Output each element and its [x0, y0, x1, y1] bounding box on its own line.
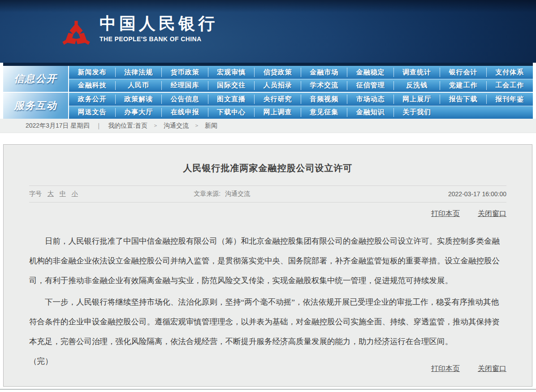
font-size-medium-link[interactable]: 中	[60, 190, 66, 197]
print-button[interactable]: 打印本页	[431, 210, 460, 217]
nav-item[interactable]: 在线申报	[162, 106, 208, 119]
section-label-info-disclosure: 信息公开	[3, 66, 69, 92]
article-title: 人民银行批准两家金融控股公司设立许可	[29, 145, 506, 174]
breadcrumb-link-news[interactable]: 新闻	[205, 122, 217, 130]
bank-name-cn: 中国人民银行	[99, 13, 218, 34]
breadcrumb-link-home[interactable]: 首页	[135, 122, 147, 130]
nav-item[interactable]: 工会工作	[487, 79, 533, 92]
nav-item[interactable]: 宏观审慎	[208, 66, 255, 79]
nav-item[interactable]: 公告信息	[162, 93, 208, 106]
nav-item[interactable]: 办事大厅	[116, 106, 162, 119]
nav-item[interactable]: 调查统计	[394, 66, 441, 79]
nav-item[interactable]: 金融市场	[301, 66, 348, 79]
nav-item[interactable]: 政策解读	[116, 93, 162, 106]
nav-item[interactable]: 金融科技	[69, 79, 116, 92]
breadcrumb-link-exchange[interactable]: 沟通交流	[164, 122, 189, 130]
nav-item[interactable]: 市场动态	[347, 93, 394, 106]
nav-item[interactable]: 新闻发布	[69, 66, 116, 79]
nav-item[interactable]: 央行研究	[255, 93, 301, 106]
nav-item[interactable]: 报刊年鉴	[487, 93, 533, 106]
nav-item[interactable]: 网上展厅	[394, 93, 441, 106]
article-actions-top: 打印本页 关闭窗口	[29, 209, 506, 219]
nav-item[interactable]: 网上调查	[255, 106, 301, 119]
article-source-label: 文章来源:	[194, 190, 220, 197]
nav-item[interactable]: 意见征集	[301, 106, 348, 119]
section-label-service-interaction: 服务互动	[3, 93, 69, 119]
breadcrumb: 2022年3月17日 星期四 ｜ 我的位置: 首页 ＞ 沟通交流 ＞ 新闻	[0, 119, 536, 133]
nav-item[interactable]: 金融稳定	[347, 66, 394, 79]
nav-item[interactable]: 经理国库	[162, 79, 208, 92]
breadcrumb-date: 2022年3月17日 星期四	[26, 122, 89, 130]
chevron-right-icon: ＞	[153, 122, 158, 129]
nav-item[interactable]: 货币政策	[162, 66, 208, 79]
article-meta-bar: 字号 大 中 小 文章来源: 沟通交流 2022-03-17 16:00:00	[29, 185, 506, 202]
chevron-right-icon: ＞	[194, 122, 199, 129]
page-gap	[0, 133, 536, 144]
nav-item[interactable]: 人员招录	[255, 79, 301, 92]
article-datetime: 2022-03-17 16:00:00	[364, 190, 506, 198]
article-panel: 人民银行批准两家金融控股公司设立许可 字号 大 中 小 文章来源: 沟通交流 2…	[3, 144, 532, 387]
main-navigation: 信息公开 新闻发布 法律法规 货币政策 宏观审慎 信贷政策 金融市场 金融稳定 …	[3, 63, 533, 119]
bottom-divider	[0, 389, 536, 390]
article-body: 日前，人民银行批准了中国中信金融控股有限公司（筹）和北京金融控股集团有限公司的金…	[29, 231, 506, 371]
article-actions-bottom: 打印本页 关闭窗口	[415, 364, 506, 374]
nav-top-divider	[3, 63, 533, 66]
font-size-large-link[interactable]: 大	[48, 190, 54, 197]
nav-item[interactable]: 金融知识	[347, 106, 394, 119]
nav-item[interactable]: 党建工作	[440, 79, 487, 92]
nav-item[interactable]: 人民币	[116, 79, 162, 92]
article-paragraph: 日前，人民银行批准了中国中信金融控股有限公司（筹）和北京金融控股集团有限公司的金…	[29, 231, 506, 290]
font-size-label: 字号	[29, 190, 42, 197]
close-button[interactable]: 关闭窗口	[478, 210, 506, 217]
pboc-logo-icon	[62, 15, 91, 56]
nav-item[interactable]: 信贷政策	[255, 66, 301, 79]
nav-item[interactable]: 学术交流	[301, 79, 348, 92]
nav-item[interactable]: 报告下载	[440, 93, 487, 106]
bank-name-en: THE PEOPLE'S BANK OF CHINA	[99, 35, 218, 43]
nav-item[interactable]: 下载中心	[208, 106, 255, 119]
nav-item[interactable]: 支付体系	[487, 66, 533, 79]
nav-item[interactable]: 征信管理	[347, 79, 394, 92]
nav-item[interactable]: 银行会计	[440, 66, 487, 79]
nav-item[interactable]: 政务公开	[69, 93, 116, 106]
nav-item[interactable]: 音频视频	[301, 93, 348, 106]
article-paragraph: 下一步，人民银行将继续坚持市场化、法治化原则，坚持“两个毫不动摇”，依法依规开展…	[29, 292, 506, 351]
nav-item[interactable]: 关于我们	[394, 106, 441, 119]
breadcrumb-pipe: ｜	[95, 122, 102, 130]
nav-item[interactable]: 国际交往	[208, 79, 255, 92]
font-size-small-link[interactable]: 小	[72, 190, 78, 197]
nav-section-service-interaction: 服务互动 政务公开 政策解读 公告信息 图文直播 央行研究 音频视频 市场动态 …	[3, 93, 533, 119]
print-button[interactable]: 打印本页	[431, 365, 460, 372]
nav-section-info-disclosure: 信息公开 新闻发布 法律法规 货币政策 宏观审慎 信贷政策 金融市场 金融稳定 …	[3, 66, 533, 92]
nav-item[interactable]: 反洗钱	[394, 79, 441, 92]
breadcrumb-location-label: 我的位置:	[108, 122, 135, 130]
article-source-value: 沟通交流	[225, 190, 250, 197]
nav-item[interactable]: 图文直播	[208, 93, 255, 106]
nav-item[interactable]: 网送文告	[69, 106, 116, 119]
nav-row-filler	[440, 106, 533, 119]
close-button[interactable]: 关闭窗口	[478, 365, 506, 372]
nav-item[interactable]: 法律法规	[116, 66, 162, 79]
header-banner: 中国人民银行 THE PEOPLE'S BANK OF CHINA	[0, 0, 536, 63]
